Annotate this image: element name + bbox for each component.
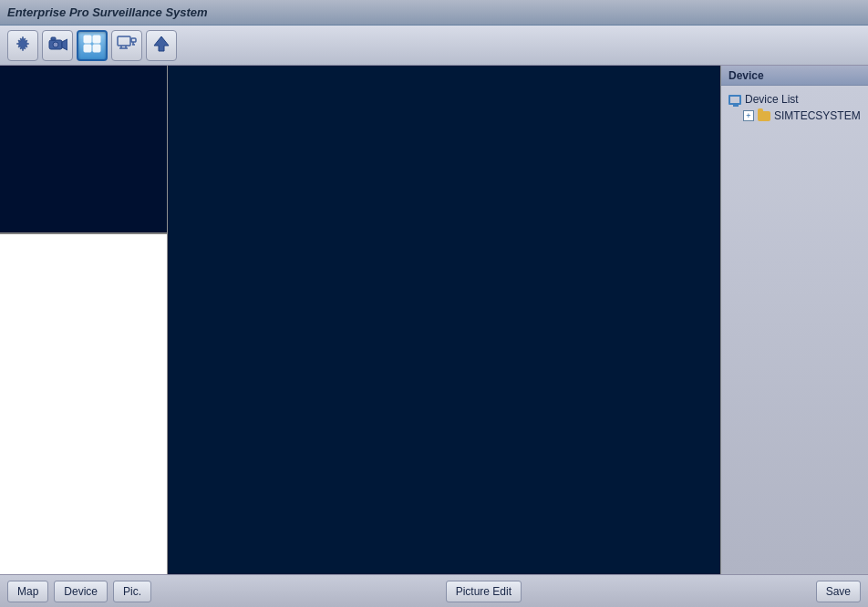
svg-rect-5 xyxy=(84,36,91,43)
main-container: Device Device List + SIMTECSYSTEM xyxy=(0,66,868,574)
left-panel xyxy=(0,66,168,574)
device-config-button[interactable] xyxy=(111,30,142,61)
device-header-label: Device xyxy=(728,69,764,82)
device-tree: Device List + SIMTECSYSTEM xyxy=(721,86,868,129)
left-bottom-view xyxy=(0,234,167,574)
svg-rect-6 xyxy=(93,36,100,43)
device-button[interactable]: Device xyxy=(54,581,108,602)
svg-point-2 xyxy=(53,42,58,47)
svg-rect-9 xyxy=(118,36,130,46)
pic-button[interactable]: Pic. xyxy=(113,581,151,602)
toolbar xyxy=(0,26,868,66)
right-panel: Device Device List + SIMTECSYSTEM xyxy=(720,66,868,574)
simtecsystem-label: SIMTECSYSTEM xyxy=(774,109,861,122)
layout-button[interactable] xyxy=(77,30,108,61)
svg-rect-8 xyxy=(93,45,100,52)
app-title: Enterprise Pro Surveillance System xyxy=(7,5,208,19)
svg-rect-4 xyxy=(51,37,56,40)
map-button[interactable]: Map xyxy=(7,581,48,602)
svg-rect-7 xyxy=(84,45,91,52)
device-config-icon xyxy=(117,35,137,57)
device-list-label: Device List xyxy=(745,93,799,106)
expand-button[interactable]: + xyxy=(743,110,754,121)
monitor-icon xyxy=(728,95,741,105)
upload-icon xyxy=(152,35,170,57)
folder-icon xyxy=(758,111,770,121)
camera-button[interactable] xyxy=(42,30,73,61)
center-view xyxy=(168,66,720,574)
upload-button[interactable] xyxy=(146,30,177,61)
bottom-bar: Map Device Pic. Picture Edit Save xyxy=(0,574,868,607)
svg-rect-13 xyxy=(131,38,136,42)
left-top-view xyxy=(0,66,167,234)
save-button[interactable]: Save xyxy=(816,581,861,602)
svg-marker-16 xyxy=(154,36,169,51)
tree-item-simtecsystem[interactable]: + SIMTECSYSTEM xyxy=(725,108,864,124)
device-panel-header: Device xyxy=(721,66,868,86)
svg-marker-3 xyxy=(62,39,67,50)
settings-icon xyxy=(14,35,32,57)
camera-icon xyxy=(47,35,67,57)
settings-button[interactable] xyxy=(7,30,38,61)
tree-item-device-list[interactable]: Device List xyxy=(725,91,864,108)
title-bar: Enterprise Pro Surveillance System xyxy=(0,0,868,26)
picture-edit-button[interactable]: Picture Edit xyxy=(446,581,522,602)
layout-icon xyxy=(83,35,101,57)
